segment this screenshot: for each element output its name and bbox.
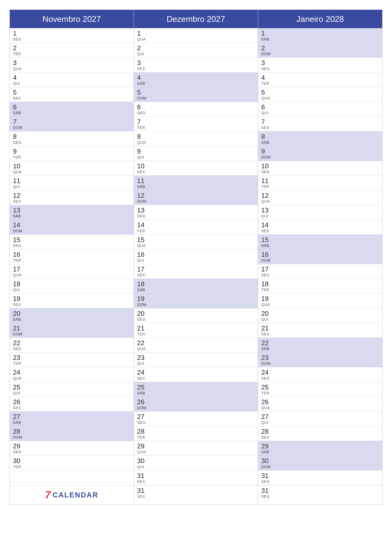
day-cell: 10SEX [134, 161, 258, 175]
day-cell: 29QUA [134, 441, 258, 456]
day-cell: 17SEX [134, 264, 258, 279]
day-number: 7 [261, 118, 379, 125]
day-number: 7 [137, 118, 255, 125]
day-name: SEX [137, 273, 255, 277]
day-cell: 18SÁB [134, 279, 258, 293]
day-name: DOM [13, 332, 130, 336]
day-name: QUI [137, 52, 255, 56]
day-number: 7 [13, 118, 130, 125]
day-cell: 24SEG [258, 367, 382, 382]
day-number: 18 [13, 280, 130, 288]
day-number: 31 [261, 472, 379, 479]
logo-area: 7 CALENDAR [45, 490, 99, 500]
day-number: 8 [137, 133, 255, 140]
day-cell: 10QUA [10, 161, 134, 175]
day-cell: 4SÁB [134, 73, 258, 87]
day-number: 23 [137, 354, 255, 361]
day-number: 25 [13, 384, 130, 391]
day-number: 15 [261, 236, 379, 243]
day-number: 3 [261, 59, 379, 66]
day-name: SEG [261, 170, 379, 174]
day-name: DOM [137, 302, 255, 307]
day-name: TER [261, 184, 379, 189]
month-col-december: 1QUA2QUI3SEX4SÁB5DOM6SEG7TER8QUA9QUI10SE… [134, 28, 258, 485]
day-name: QUA [137, 140, 255, 145]
day-name: DOM [137, 406, 255, 410]
day-cell: 26SEX [10, 397, 134, 411]
day-cell: 17SEG [258, 264, 382, 279]
day-cell: 28DOM [10, 426, 134, 441]
day-name: QUI [261, 420, 379, 425]
day-name: SEX [261, 229, 379, 233]
day-cell: 18TER [258, 279, 382, 293]
day-cell: 18QUI [10, 279, 134, 293]
day-name: DOM [261, 155, 379, 160]
day-cell: 10SEG [258, 161, 382, 175]
day-cell: 25TER [258, 382, 382, 397]
day-name: SEX [137, 376, 255, 381]
day-cell: 21TER [134, 323, 258, 338]
day-name: QUA [13, 376, 130, 381]
day-name: QUA [13, 170, 130, 174]
day-number: 3 [13, 59, 130, 66]
day-number: 13 [261, 207, 379, 214]
day-name: SEX [261, 332, 379, 336]
day-cell: 30DOM [258, 456, 382, 470]
day-name: SEG [261, 494, 270, 499]
day-number: 8 [261, 133, 379, 140]
day-cell: 4TER [258, 73, 382, 87]
day-cell: 31SEG [258, 485, 273, 500]
day-number: 11 [13, 177, 130, 184]
day-number: 6 [137, 103, 255, 111]
day-cell: 5DOM [134, 87, 258, 102]
day-name: SÁB [137, 288, 255, 292]
day-cell: 21SEX [258, 323, 382, 338]
day-name: SEX [137, 479, 255, 484]
day-number: 31 [137, 472, 255, 479]
day-cell: 8SÁB [258, 131, 382, 146]
day-number: 2 [137, 44, 255, 52]
day-number: 17 [261, 266, 379, 273]
day-name: SEX [13, 302, 130, 307]
day-cell: 30TER [10, 456, 134, 470]
day-cell: 11SÁB [134, 175, 258, 190]
day-name: TER [137, 229, 255, 233]
day-cell: 31SEG [258, 470, 382, 485]
day-name: TER [137, 125, 255, 130]
day-cell: 8SEG [10, 131, 134, 146]
day-cell: 25QUI [10, 382, 134, 397]
day-cell: 31SEX [134, 485, 148, 500]
day-number: 29 [13, 443, 130, 450]
day-name: SÁB [261, 140, 379, 145]
day-name: QUI [13, 184, 130, 189]
day-number: 14 [137, 221, 255, 229]
day-number: 12 [13, 192, 130, 199]
day-name: SÁB [13, 317, 130, 322]
day-cell: 28SEX [258, 426, 382, 441]
day-name: SEX [137, 170, 255, 174]
day-name: DOM [261, 258, 379, 263]
day-number: 29 [261, 443, 379, 450]
day-number: 18 [261, 280, 379, 288]
calendar-container: Novembro 2027 Dezembro 2027 Janeiro 2028… [9, 9, 383, 505]
day-number: 22 [261, 339, 379, 347]
day-name: SEG [13, 243, 130, 248]
day-cell: 7DOM [10, 117, 134, 131]
day-number: 11 [261, 177, 379, 184]
day-number: 12 [137, 192, 255, 199]
day-number: 18 [137, 280, 255, 288]
day-name: DOM [137, 96, 255, 101]
day-number: 26 [137, 398, 255, 406]
day-number: 12 [261, 192, 379, 199]
day-number: 11 [137, 177, 255, 184]
footer-cell-december: 31SEX [134, 485, 258, 504]
day-cell: 3QUA [10, 58, 134, 72]
day-number: 16 [137, 251, 255, 258]
day-number: 30 [261, 457, 379, 465]
day-number: 27 [13, 413, 130, 420]
day-cell: 19QUA [258, 293, 382, 308]
day-cell: 11QUI [10, 175, 134, 190]
day-name: TER [13, 258, 130, 263]
day-cell: 31SEX [134, 470, 258, 485]
day-name: SÁB [261, 347, 379, 351]
